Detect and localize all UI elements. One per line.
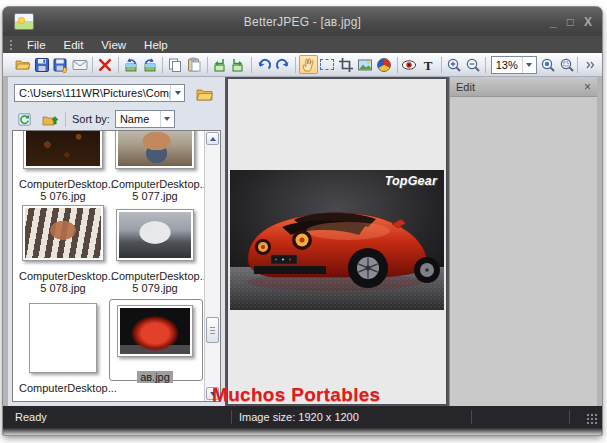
refresh-button[interactable] <box>14 110 34 129</box>
thumbnail-item[interactable]: ComputerDesktop...5 079.jpg <box>111 205 199 294</box>
parent-folder-button[interactable] <box>40 110 60 129</box>
main-area: C:\Users\111WR\Pictures\Comput Sort by: … <box>3 77 602 406</box>
thumbnail-label: ComputerDesktop... <box>19 382 107 394</box>
red-eye-removal-button[interactable] <box>400 55 419 74</box>
undo-button[interactable] <box>254 55 273 74</box>
topgear-logo: TopGear <box>385 174 437 188</box>
desktop: BetterJPEG - [ав.jpg] _ □ X File Edit Vi… <box>0 0 607 443</box>
thumbnail-label: ComputerDesktop... <box>19 270 107 282</box>
select-tool-button[interactable] <box>318 55 337 74</box>
zoom-out-button[interactable] <box>463 55 482 74</box>
rotate-image-right-button[interactable] <box>140 55 159 74</box>
maximize-button[interactable]: □ <box>567 16 574 28</box>
status-separator <box>569 410 570 424</box>
main-photo[interactable]: TopGear <box>230 170 444 310</box>
save-button[interactable] <box>32 55 51 74</box>
status-bar: Ready Image size: 1920 x 1200 <box>3 406 602 428</box>
watermark-text: Muchos Portables <box>212 384 380 406</box>
actual-size-button[interactable] <box>539 55 558 74</box>
image-page[interactable]: TopGear <box>228 79 446 404</box>
menu-bar: File Edit View Help <box>3 36 602 53</box>
status-separator <box>231 410 232 424</box>
minimize-button[interactable]: _ <box>550 16 557 28</box>
zoom-level-value: 13% <box>492 59 522 71</box>
zoom-in-button[interactable] <box>444 55 463 74</box>
scrollbar-thumb[interactable] <box>206 317 219 343</box>
sort-by-value: Name <box>116 113 160 125</box>
sort-combo-arrow[interactable] <box>160 111 174 127</box>
zoom-combo-arrow[interactable] <box>522 57 536 73</box>
sort-by-label: Sort by: <box>72 113 110 125</box>
copy-button[interactable] <box>166 55 185 74</box>
menu-help[interactable]: Help <box>135 38 177 52</box>
menu-grip[interactable] <box>9 39 13 51</box>
path-combo-arrow[interactable] <box>170 85 184 101</box>
app-window: BetterJPEG - [ав.jpg] _ □ X File Edit Vi… <box>3 7 602 435</box>
thumbnail-item[interactable]: ComputerDesktop...5 076.jpg <box>19 130 107 202</box>
browse-folder-button[interactable] <box>191 84 217 104</box>
thumbnail-scrollbar[interactable] <box>204 131 220 401</box>
email-button[interactable] <box>70 55 89 74</box>
fit-to-window-button[interactable] <box>558 55 577 74</box>
edit-panel-close-button[interactable]: × <box>584 80 591 94</box>
image-adjust-button[interactable] <box>356 55 375 74</box>
edit-panel-header[interactable]: Edit × <box>450 77 597 97</box>
browser-toolbar: Sort by: Name <box>8 109 225 129</box>
thumbnail-item-selected[interactable]: ав.jpg <box>111 305 199 383</box>
thumbnail-label: ComputerDesktop... <box>111 270 199 282</box>
edit-panel: Edit × <box>449 77 597 406</box>
svg-text:T: T <box>424 57 433 72</box>
status-separator <box>471 410 472 424</box>
redo-button[interactable] <box>273 55 292 74</box>
edit-panel-title: Edit <box>456 81 584 93</box>
file-browser-panel: C:\Users\111WR\Pictures\Comput Sort by: … <box>8 77 225 406</box>
color-balance-button[interactable] <box>375 55 394 74</box>
toolbar: T 13% <box>3 53 602 77</box>
resize-grip[interactable] <box>586 413 598 425</box>
toolbar-grip[interactable] <box>9 57 10 72</box>
open-button[interactable] <box>13 55 32 74</box>
thumbnail-label: ComputerDesktop... <box>111 178 199 190</box>
image-canvas[interactable]: TopGear <box>225 77 449 406</box>
status-image-size: Image size: 1920 x 1200 <box>239 411 359 423</box>
thumbnail-label: ComputerDesktop... <box>19 178 107 190</box>
text-tool-button[interactable]: T <box>419 55 438 74</box>
lossless-rotate-left-button[interactable] <box>210 55 229 74</box>
rotate-image-left-button[interactable] <box>121 55 140 74</box>
hand-tool-button[interactable] <box>299 55 318 74</box>
selected-thumbnail-label: ав.jpg <box>137 371 173 383</box>
folder-path-value: C:\Users\111WR\Pictures\Comput <box>15 87 170 99</box>
save-as-button[interactable] <box>51 55 70 74</box>
thumbnail-item[interactable]: ComputerDesktop...5 077.jpg <box>111 130 199 202</box>
toolbar-overflow-chevron[interactable] <box>580 55 599 74</box>
paste-button[interactable] <box>185 55 204 74</box>
thumbnail-item[interactable]: ComputerDesktop... <box>19 303 107 394</box>
folder-path-combo[interactable]: C:\Users\111WR\Pictures\Comput <box>14 84 185 102</box>
sort-by-combo[interactable]: Name <box>115 110 175 128</box>
window-title: BetterJPEG - [ав.jpg] <box>3 15 602 29</box>
menu-edit[interactable]: Edit <box>55 38 93 52</box>
status-ready-text: Ready <box>15 411 47 423</box>
zoom-level-combo[interactable]: 13% <box>491 56 537 74</box>
lossless-rotate-right-button[interactable] <box>229 55 248 74</box>
menu-file[interactable]: File <box>18 38 55 52</box>
scroll-up-button[interactable] <box>206 132 219 145</box>
thumbnail-item[interactable]: ComputerDesktop...5 078.jpg <box>19 205 107 294</box>
window-bottom-frame <box>3 428 602 435</box>
thumbnail-list: ComputerDesktop...5 076.jpg ComputerDesk… <box>12 130 221 402</box>
menu-view[interactable]: View <box>92 38 135 52</box>
crop-tool-button[interactable] <box>337 55 356 74</box>
title-bar[interactable]: BetterJPEG - [ав.jpg] _ □ X <box>3 7 602 36</box>
close-button[interactable]: X <box>584 16 592 28</box>
delete-button[interactable] <box>96 55 115 74</box>
